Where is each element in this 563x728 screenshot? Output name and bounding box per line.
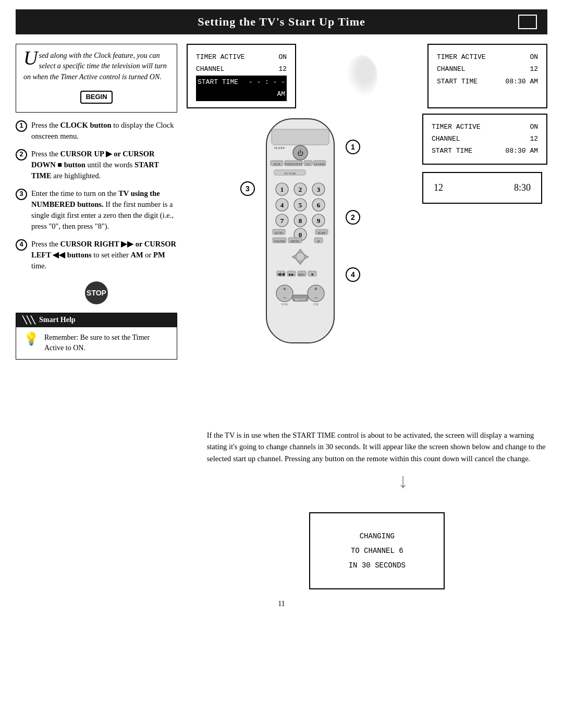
- warning-line1: CHANGING: [321, 529, 433, 544]
- sar-row2: CHANNEL 12: [432, 133, 538, 145]
- svg-text:◀◀: ◀◀: [277, 272, 285, 277]
- sar-row3: START TIME 08:30 AM: [432, 145, 538, 157]
- sar-label1: TIMER ACTIVE: [432, 121, 530, 133]
- step-2: 2 Press the CURSOR UP ▶ or CURSOR DOWN ■…: [16, 149, 177, 181]
- screen-after-right: TIMER ACTIVE ON CHANNEL 12 START TIME 08…: [422, 114, 547, 165]
- svg-text:9: 9: [317, 217, 321, 225]
- right-panel: TIMER ACTIVE ON CHANNEL 12 START TIME - …: [187, 44, 547, 398]
- svg-text:+: +: [314, 285, 318, 292]
- svg-text:–: –: [314, 294, 317, 300]
- display-time: 8:30: [514, 182, 531, 193]
- screen-after-val1: ON: [530, 51, 538, 63]
- step-4-text: Press the CURSOR RIGHT ▶▶ or CURSOR LEFT…: [31, 239, 177, 272]
- screen-before-val2: 12: [278, 63, 287, 75]
- warning-screen: CHANGING TO CHANNEL 6 IN 30 SECONDS: [309, 512, 445, 589]
- svg-text:VOL: VOL: [281, 302, 288, 306]
- svg-text:7: 7: [280, 217, 284, 225]
- screen-before-highlight: START TIME - - : - - AM: [196, 76, 287, 101]
- channel-number: 12: [434, 182, 443, 193]
- screen-before-label1: TIMER ACTIVE: [196, 51, 278, 63]
- svg-text:4: 4: [280, 201, 284, 209]
- screen-after: TIMER ACTIVE ON CHANNEL 12 START TIME 08…: [427, 44, 547, 108]
- stop-badge: STOP: [85, 281, 108, 304]
- left-column: U sed along with the Clock feature, you …: [16, 44, 177, 398]
- page-number: 11: [0, 600, 563, 619]
- intro-box: U sed along with the Clock feature, you …: [16, 44, 177, 113]
- step-badge-1: 1: [346, 140, 360, 154]
- down-arrow-icon: ↓: [259, 471, 547, 491]
- smart-help-title: Smart Help: [39, 316, 76, 324]
- screen-before-val3: - - : - - AM: [241, 76, 285, 101]
- sar-row1: TIMER ACTIVE ON: [432, 121, 538, 133]
- svg-text:II: II: [317, 239, 320, 243]
- main-content: U sed along with the Clock feature, you …: [16, 44, 547, 398]
- bottom-description-area: If the TV is in use when the START TIME …: [197, 414, 547, 589]
- lightning-icon: ╲╲╲: [22, 316, 35, 325]
- screen-after-label3: START TIME: [437, 76, 506, 88]
- step-4: 4 Press the CURSOR RIGHT ▶▶ or CURSOR LE…: [16, 239, 177, 272]
- svg-text:REC: REC: [298, 273, 305, 277]
- sar-val3: 08:30 AM: [506, 145, 538, 157]
- svg-text:8: 8: [299, 217, 302, 225]
- screen-before-row2: CHANNEL 12: [196, 63, 287, 75]
- svg-text:6: 6: [317, 201, 321, 209]
- bottom-description-text: If the TV is in use when the START TIME …: [207, 414, 547, 464]
- warning-line3: IN 30 SECONDS: [321, 558, 433, 573]
- svg-text:3: 3: [317, 186, 321, 193]
- steps-container: 1 Press the CLOCK button to display the …: [16, 120, 177, 304]
- step-2-number: 2: [16, 149, 27, 161]
- middle-area: ⏻ SLEEP ACH STATUS/EXT CC CLOCK: [187, 114, 547, 355]
- smart-help-text: Remember: Be sure to set the Timer Activ…: [44, 332, 169, 354]
- smart-help-body: 💡 Remember: Be sure to set the Timer Act…: [16, 327, 177, 359]
- down-arrow-container: ↓: [259, 471, 547, 491]
- smart-help-header: ╲╲╲ Smart Help: [16, 313, 177, 327]
- screen-before-row1: TIMER ACTIVE ON: [196, 51, 287, 63]
- screen-after-label2: CHANNEL: [437, 63, 530, 75]
- warning-screen-container: CHANGING TO CHANNEL 6 IN 30 SECONDS: [207, 491, 547, 589]
- remote-svg: ⏻ SLEEP ACH STATUS/EXT CC CLOCK: [251, 114, 350, 353]
- svg-text:SLEEP: SLEEP: [274, 146, 285, 150]
- svg-text:5: 5: [299, 201, 302, 209]
- svg-text:MENU: MENU: [290, 240, 300, 243]
- screen-after-row3: START TIME 08:30 AM: [437, 76, 538, 88]
- svg-text:▶▶: ▶▶: [289, 273, 295, 277]
- svg-text:STATUS/EXT: STATUS/EXT: [285, 163, 303, 166]
- svg-text:1: 1: [280, 186, 284, 193]
- step-3-number: 3: [16, 189, 27, 200]
- header-box: [518, 15, 537, 29]
- svg-text:SOUND: SOUND: [274, 240, 285, 243]
- arrow-decoration: [341, 44, 383, 108]
- remote-container: ⏻ SLEEP ACH STATUS/EXT CC CLOCK: [187, 114, 414, 355]
- smart-help-box: ╲╲╲ Smart Help 💡 Remember: Be sure to se…: [16, 313, 177, 360]
- drop-cap: U: [23, 51, 38, 66]
- svg-text:CLOCK: CLOCK: [314, 163, 325, 166]
- bottom-section: If the TV is in use when the START TIME …: [16, 409, 547, 589]
- top-screens-row: TIMER ACTIVE ON CHANNEL 12 START TIME - …: [187, 44, 547, 108]
- channel-time-display: 12 8:30: [422, 172, 542, 204]
- screen-after-label1: TIMER ACTIVE: [437, 51, 530, 63]
- sar-label3: START TIME: [432, 145, 506, 157]
- bulb-icon: 💡: [23, 332, 39, 345]
- svg-text:AUTO: AUTO: [275, 231, 284, 235]
- bottom-left-spacer: [16, 409, 186, 589]
- step-badge-2: 2: [346, 210, 360, 225]
- svg-text:–: –: [283, 294, 286, 300]
- right-screens-stack: TIMER ACTIVE ON CHANNEL 12 START TIME 08…: [422, 114, 547, 355]
- screen-before-val1: ON: [278, 51, 287, 63]
- svg-text:TV·VCR: TV·VCR: [284, 172, 296, 175]
- screen-after-row1: TIMER ACTIVE ON: [437, 51, 538, 63]
- title-text: Setting the TV's Start Up Time: [198, 15, 365, 28]
- page-title: Setting the TV's Start Up Time: [45, 15, 518, 29]
- begin-badge: BEGIN: [80, 91, 112, 104]
- step-1-text: Press the CLOCK button to display the Cl…: [31, 120, 177, 142]
- svg-text:+: +: [283, 285, 287, 292]
- step-badge-3: 3: [240, 181, 255, 196]
- sar-label2: CHANNEL: [432, 133, 530, 145]
- screen-before: TIMER ACTIVE ON CHANNEL 12 START TIME - …: [187, 44, 296, 108]
- svg-text:SURF: SURF: [317, 231, 326, 235]
- screen-after-val2: 12: [530, 63, 538, 75]
- svg-text:■: ■: [311, 273, 313, 277]
- step-1-number: 1: [16, 120, 27, 132]
- svg-point-49: [296, 253, 304, 261]
- sar-val1: ON: [530, 121, 538, 133]
